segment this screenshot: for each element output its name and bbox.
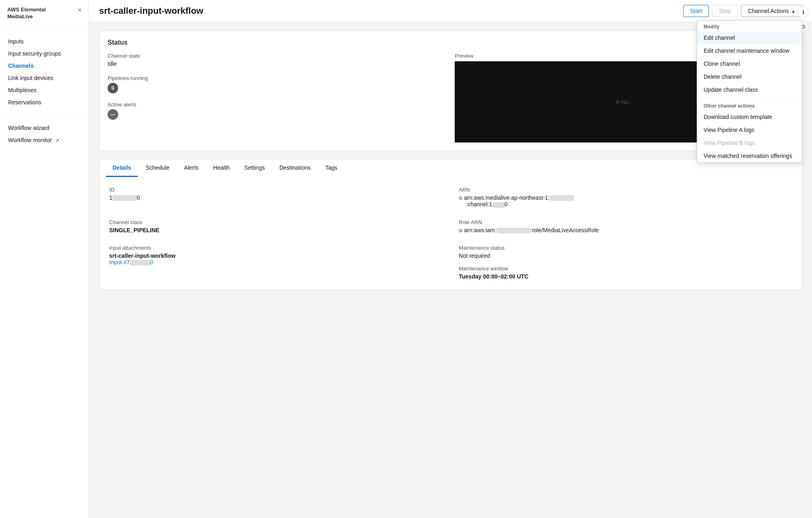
start-button[interactable]: Start xyxy=(683,5,709,17)
copy-arn-icon[interactable]: ⧉ xyxy=(459,195,462,201)
maintenance-window-label: Maintenance window xyxy=(459,265,792,272)
sidebar: AWS Elemental MediaLive × Inputs Input s… xyxy=(0,0,89,518)
dropdown-item-edit-maintenance-window[interactable]: Edit channel maintenance window xyxy=(697,44,802,57)
dropdown-divider xyxy=(697,98,802,98)
copy-role-arn-icon[interactable]: ⧉ xyxy=(459,228,462,233)
arn-redacted xyxy=(550,195,574,201)
arn-label: ARN xyxy=(459,187,792,193)
sidebar-divider xyxy=(0,115,89,115)
maintenance-window-field: Maintenance window Tuesday 00:00–02:00 U… xyxy=(459,265,792,280)
role-arn-label: Role ARN xyxy=(459,219,792,225)
arn-value: ⧉arn:aws:medialive:ap-northeast-1: :chan… xyxy=(459,194,792,208)
tab-alerts[interactable]: Alerts xyxy=(177,160,205,177)
sidebar-item-multiplexes[interactable]: Multiplexes xyxy=(0,84,89,96)
channel-class-value: SINGLE_PIPELINE xyxy=(109,227,443,233)
maintenance-window-value: Tuesday 00:00–02:00 UTC xyxy=(459,273,792,280)
topbar-actions: Start Stop Channel Actions ▲ xyxy=(683,5,802,17)
role-arn-field: Role ARN ⧉arn:aws:iam:::role/MediaLiveAc… xyxy=(459,219,792,233)
id-label: ID xyxy=(109,187,443,193)
dropdown-item-edit-channel[interactable]: Edit channel xyxy=(697,31,802,44)
sidebar-header: AWS Elemental MediaLive × xyxy=(0,0,89,27)
channel-state-label: Channel state xyxy=(108,53,447,59)
dropdown-item-view-pipeline-a[interactable]: View Pipeline A logs xyxy=(697,123,802,136)
sidebar-item-reservations[interactable]: Reservations xyxy=(0,96,89,108)
sidebar-item-inputs[interactable]: Inputs xyxy=(0,35,89,47)
channel-class-field: Channel class SINGLE_PIPELINE xyxy=(109,219,443,233)
tab-destinations[interactable]: Destinations xyxy=(273,160,317,177)
help-icon-button[interactable]: ℹ xyxy=(797,6,809,18)
sidebar-logo: AWS Elemental MediaLive xyxy=(7,6,46,20)
id-value: 10 xyxy=(109,194,443,201)
dropdown-item-view-reservation[interactable]: View matched reservation offerings xyxy=(697,149,802,162)
details-panel: ID 10 ARN ⧉arn:aws:medialive:ap-northeas… xyxy=(99,177,802,290)
tab-schedule[interactable]: Schedule xyxy=(139,160,176,177)
pipelines-running-label: Pipelines running xyxy=(108,75,447,81)
preview-no-signal-text: ⊖ No... xyxy=(615,99,633,105)
active-alerts-badge: — xyxy=(108,109,118,120)
channel-state-value: Idle xyxy=(108,60,447,67)
maintenance-field: Maintenance status Not required Maintena… xyxy=(459,245,792,280)
pipelines-running-badge: 0 xyxy=(108,83,118,93)
channel-actions-button[interactable]: Channel Actions ▲ xyxy=(741,5,802,17)
tab-health[interactable]: Health xyxy=(207,160,236,177)
pipelines-running-field: Pipelines running 0 xyxy=(108,75,447,93)
stop-button: Stop xyxy=(712,5,738,17)
input-attachments-name: srt-caller-input-workflow xyxy=(109,253,443,259)
status-grid: Channel state Idle Pipelines running 0 A… xyxy=(108,53,794,142)
role-arn-value: ⧉arn:aws:iam:::role/MediaLiveAccessRole xyxy=(459,227,792,233)
channel-actions-dropdown: Modify Edit channel Edit channel mainten… xyxy=(697,20,802,163)
sidebar-item-link-input-devices[interactable]: Link input devices xyxy=(0,72,89,84)
details-grid: ID 10 ARN ⧉arn:aws:medialive:ap-northeas… xyxy=(109,187,792,280)
dropdown-item-update-channel-class[interactable]: Update channel class xyxy=(697,83,802,96)
maintenance-status-field: Maintenance status Not required xyxy=(459,245,792,259)
main-content: srt-caller-input-workflow Start Stop Cha… xyxy=(89,0,812,518)
id-redacted xyxy=(112,195,137,201)
sidebar-item-channels[interactable]: Channels xyxy=(0,60,89,72)
channel-state-field: Channel state Idle xyxy=(108,53,447,67)
status-left-col: Channel state Idle Pipelines running 0 A… xyxy=(108,53,447,142)
channel-class-label: Channel class xyxy=(109,219,443,225)
dropdown-item-clone-channel[interactable]: Clone channel xyxy=(697,57,802,70)
dropdown-item-view-pipeline-b: View Pipeline B logs xyxy=(697,136,802,149)
tab-details[interactable]: Details xyxy=(106,160,138,177)
tab-tags[interactable]: Tags xyxy=(319,160,344,177)
active-alerts-label: Active alerts xyxy=(108,101,447,108)
arn-redacted2 xyxy=(492,202,505,208)
maintenance-status-label: Maintenance status xyxy=(459,245,792,251)
dropdown-modify-label: Modify xyxy=(697,21,802,31)
dropdown-other-label: Other channel actions xyxy=(697,100,802,110)
topbar: srt-caller-input-workflow Start Stop Cha… xyxy=(89,0,812,22)
sidebar-navigation: Inputs Input security groups Channels Li… xyxy=(0,27,89,146)
dropdown-item-download-template[interactable]: Download custom template xyxy=(697,110,802,123)
page-title: srt-caller-input-workflow xyxy=(99,6,203,16)
sidebar-item-input-security-groups[interactable]: Input security groups xyxy=(0,47,89,60)
tab-settings[interactable]: Settings xyxy=(238,160,272,177)
input-link-redacted xyxy=(130,260,150,265)
status-card-title: Status xyxy=(108,39,794,46)
external-link-icon: ↗ xyxy=(55,138,59,143)
active-alerts-field: Active alerts — xyxy=(108,101,447,120)
input-attachments-label: Input attachments xyxy=(109,245,443,251)
arn-field: ARN ⧉arn:aws:medialive:ap-northeast-1: :… xyxy=(459,187,792,208)
sidebar-item-workflow-wizard[interactable]: Workflow wizard xyxy=(0,122,89,134)
info-icon: ℹ xyxy=(802,9,804,15)
dropdown-item-delete-channel[interactable]: Delete channel xyxy=(697,70,802,83)
sidebar-close-button[interactable]: × xyxy=(78,6,82,14)
input-attachments-field: Input attachments srt-caller-input-workf… xyxy=(109,245,443,280)
input-attachments-link[interactable]: Input #70 xyxy=(109,259,443,265)
id-field: ID 10 xyxy=(109,187,443,208)
maintenance-status-value: Not required xyxy=(459,253,792,259)
sidebar-item-workflow-monitor[interactable]: Workflow monitor ↗ xyxy=(0,134,89,146)
role-arn-redacted xyxy=(498,228,530,233)
